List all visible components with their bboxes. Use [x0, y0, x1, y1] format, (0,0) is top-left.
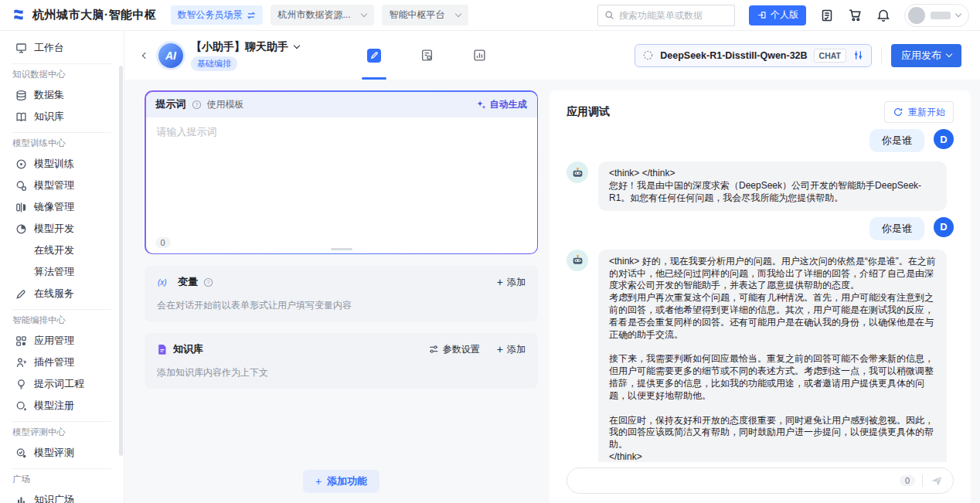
brand-title: 杭州城市大脑·智能中枢	[32, 8, 157, 22]
help-icon[interactable]: ?	[203, 277, 213, 287]
sidebar-item-dataset[interactable]: 数据集	[0, 84, 124, 106]
model-manage-icon	[15, 180, 27, 192]
divider	[881, 48, 882, 63]
sidebar-item-workbench[interactable]: 工作台	[0, 37, 124, 59]
user-avatar: D	[934, 217, 954, 237]
assistant-robot-avatar	[567, 250, 588, 271]
prompt-char-count: 0	[155, 237, 171, 248]
variables-hint: 会在对话开始前以表单形式让用户填写变量内容	[157, 299, 526, 312]
notification-bell-icon[interactable]	[876, 8, 890, 22]
chat-message-assistant: <think> 好的，现在我要分析用户的问题。用户这次问的依然是“你是谁”。在之…	[567, 250, 954, 462]
sidebar-item-label: 知识库	[34, 110, 64, 124]
chevron-down-icon	[294, 42, 300, 49]
assistant-robot-avatar	[567, 161, 588, 183]
sidebar-item-label: 数据集	[34, 88, 64, 102]
help-icon[interactable]: ?	[192, 100, 202, 110]
sparkles-icon	[476, 100, 486, 110]
knowledge-plaza-icon	[15, 495, 27, 503]
chat-message-user: 你是谁 D	[567, 217, 954, 240]
swap-arrows-icon	[247, 11, 256, 20]
plugin-manage-icon	[15, 357, 27, 369]
use-template-link[interactable]: 使用模板	[207, 98, 244, 111]
knowledge-panel: 知识库 参数设置 +添加 添加知识库内容作为上下文	[145, 333, 538, 389]
app-title-dropdown[interactable]: 【小助手】聊天助手	[191, 40, 299, 54]
sidebar-item-model-manage[interactable]: 模型管理	[0, 175, 124, 196]
sidebar-item-model-eval[interactable]: 模型评测	[0, 442, 124, 464]
restart-icon	[893, 107, 903, 117]
prompt-engineering-icon	[15, 379, 27, 390]
tab-config[interactable]	[413, 31, 440, 80]
model-selector[interactable]: DeepSeek-R1-Disstill-Qwen-32B CHAT	[635, 44, 872, 67]
publish-button[interactable]: 应用发布	[891, 44, 961, 67]
sidebar-item-label: 插件管理	[34, 355, 74, 369]
param-settings-button[interactable]: 参数设置	[428, 343, 480, 356]
scene-badge[interactable]: 数智公务员场景	[171, 5, 263, 25]
resize-handle[interactable]	[331, 248, 352, 250]
sidebar-item-algorithm-manage[interactable]: 算法管理	[0, 261, 124, 283]
sidebar-item-model-train[interactable]: 模型训练	[0, 153, 124, 175]
sidebar-group-label: 广场	[0, 469, 124, 489]
personal-version-button[interactable]: 个人版	[749, 5, 806, 25]
sidebar-item-model-register[interactable]: 模型注册	[0, 395, 124, 416]
model-params-icon[interactable]	[852, 49, 864, 61]
sliders-icon	[428, 344, 439, 355]
statistics-icon	[473, 49, 486, 62]
brand-logo-icon	[11, 8, 26, 23]
page-title: 【小助手】聊天助手	[191, 40, 288, 54]
enter-icon	[757, 10, 767, 20]
add-feature-button[interactable]: + 添加功能	[303, 470, 379, 493]
chevron-down-icon	[360, 11, 366, 17]
model-train-icon	[15, 158, 27, 170]
auto-generate-button[interactable]: 自动生成	[476, 98, 527, 111]
search-input[interactable]	[619, 10, 728, 21]
model-name: DeepSeek-R1-Disstill-Qwen-32B	[660, 50, 807, 61]
sidebar-item-label: 知识广场	[34, 493, 74, 503]
online-service-icon	[15, 288, 27, 300]
user-account-menu[interactable]	[904, 4, 969, 27]
chat-input[interactable]	[577, 475, 893, 487]
order-list-icon[interactable]	[820, 8, 834, 22]
sidebar-item-image-manage[interactable]: 镜像管理	[0, 196, 124, 218]
send-icon[interactable]	[930, 474, 944, 488]
tab-orchestrate[interactable]	[361, 31, 387, 80]
sidebar-item-model-dev[interactable]: 模型开发	[0, 218, 124, 240]
username-redacted	[931, 12, 951, 19]
sidebar-item-plugin-manage[interactable]: 插件管理	[0, 352, 124, 373]
sidebar-item-label: 模型管理	[34, 178, 74, 192]
model-eval-icon	[15, 447, 27, 459]
sidebar-item-prompt-engineering[interactable]: 提示词工程	[0, 373, 124, 395]
variables-title: 变量	[178, 275, 198, 289]
global-search[interactable]	[597, 5, 735, 26]
sidebar-item-online-dev[interactable]: 在线开发	[0, 240, 124, 261]
sidebar-scrollbar[interactable]	[119, 66, 123, 456]
sidebar-item-app-manage[interactable]: 应用管理	[0, 330, 124, 352]
sidebar-item-label: 算法管理	[34, 265, 74, 279]
model-register-icon	[15, 400, 27, 412]
topbar: 杭州城市大脑·智能中枢 数智公务员场景 杭州市数据资源... 智能中枢平台 个人…	[0, 0, 980, 31]
dataset-icon	[15, 90, 27, 101]
org-select[interactable]: 杭州市数据资源...	[271, 5, 374, 25]
restart-button[interactable]: 重新开始	[884, 101, 954, 123]
sidebar-item-knowledge-plaza[interactable]: 知识广场	[0, 489, 124, 503]
variables-panel: (x) 变量 ? +添加 会在对话开始前以表单形式让用户填写变量内容	[145, 266, 538, 321]
sidebar-group-label: 智能编排中心	[0, 310, 124, 330]
orchestration-badge: 基础编排	[191, 56, 237, 71]
platform-select[interactable]: 智能中枢平台	[382, 5, 468, 25]
sidebar-group-label: 模型训练中心	[0, 133, 124, 153]
knowledge-base-icon	[15, 111, 27, 123]
knowledge-doc-icon	[157, 344, 168, 355]
sidebar-item-online-service[interactable]: 在线服务	[0, 283, 124, 304]
sidebar-item-knowledge-base[interactable]: 知识库	[0, 106, 124, 127]
avatar	[908, 7, 925, 24]
tab-statistics[interactable]	[466, 31, 492, 80]
shopping-cart-icon[interactable]	[848, 8, 863, 22]
variable-icon: (x)	[157, 277, 172, 287]
back-button[interactable]	[137, 47, 154, 64]
svg-text:?: ?	[207, 279, 210, 284]
view-tabs	[361, 31, 492, 80]
model-dev-icon	[15, 223, 27, 235]
add-knowledge-button[interactable]: +添加	[497, 343, 526, 356]
add-variable-button[interactable]: +添加	[497, 276, 526, 289]
debug-title: 应用调试	[567, 105, 610, 119]
prompt-input[interactable]	[146, 117, 537, 253]
